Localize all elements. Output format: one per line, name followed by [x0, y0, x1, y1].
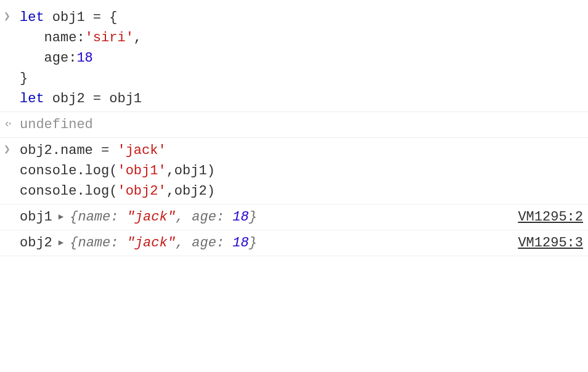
keyword-let: let: [20, 10, 44, 25]
console-input-1[interactable]: let obj1 = { name:'siri', age:18 } let o…: [0, 5, 588, 112]
console-log-row: obj1 ▶ {name: "jack", age: 18} VM1295:2: [0, 204, 588, 230]
code-block: obj2.name = 'jack' console.log('obj1',ob…: [20, 140, 583, 201]
source-link[interactable]: VM1295:2: [518, 207, 583, 227]
output-indicator-icon: [4, 116, 14, 132]
object-preview[interactable]: {name: "jack", age: 18}: [70, 233, 257, 253]
output-value: undefined: [20, 117, 93, 132]
log-content: obj2 ▶ {name: "jack", age: 18}: [20, 233, 257, 253]
expand-icon[interactable]: ▶: [59, 237, 63, 249]
log-label: obj2: [20, 233, 52, 253]
input-prompt-icon: [4, 9, 10, 25]
input-prompt-icon: [4, 142, 10, 158]
string-literal: 'siri': [85, 30, 134, 46]
expand-icon[interactable]: ▶: [59, 211, 63, 224]
string-literal: 'jack': [117, 143, 166, 158]
string-literal: 'obj2': [117, 184, 166, 199]
object-preview[interactable]: {name: "jack", age: 18}: [70, 207, 257, 227]
code-block: let obj1 = { name:'siri', age:18 } let o…: [20, 7, 583, 109]
console-output-undefined: undefined: [0, 112, 588, 138]
source-link[interactable]: VM1295:3: [518, 233, 583, 253]
variable-obj2: obj2: [52, 91, 85, 107]
console-log-row: obj2 ▶ {name: "jack", age: 18} VM1295:3: [0, 230, 588, 256]
keyword-let: let: [20, 91, 44, 107]
string-literal: 'obj1': [117, 163, 166, 179]
variable-obj1: obj1: [52, 10, 85, 25]
console-input-2[interactable]: obj2.name = 'jack' console.log('obj1',ob…: [0, 138, 588, 204]
number-literal: 18: [76, 51, 92, 66]
log-content: obj1 ▶ {name: "jack", age: 18}: [20, 207, 257, 227]
log-label: obj1: [20, 207, 52, 227]
